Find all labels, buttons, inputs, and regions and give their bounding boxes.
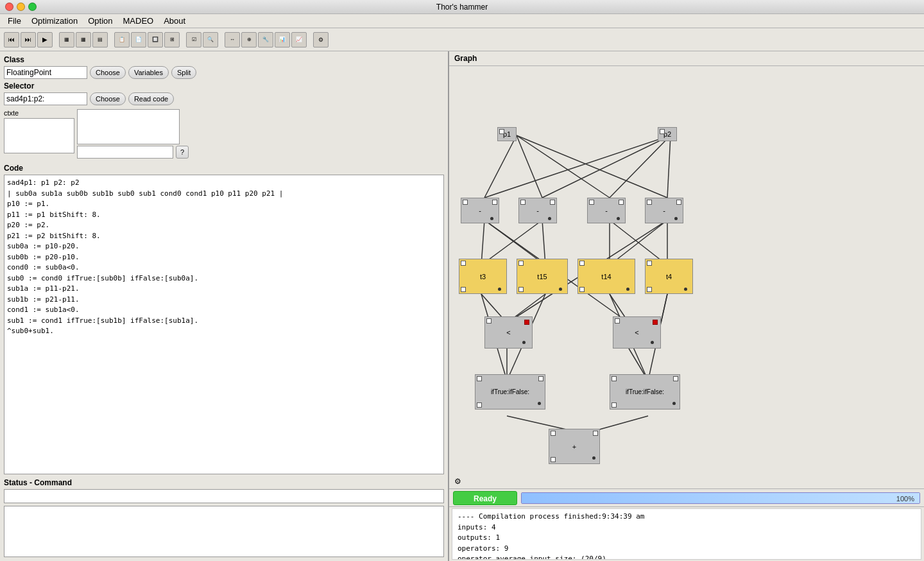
toolbar-btn-13[interactable]: ↔	[225, 32, 240, 47]
ctxte-input-row: ?	[77, 146, 189, 159]
ctxte-text-input[interactable]	[77, 146, 173, 159]
port	[518, 287, 524, 292]
toolbar-btn-3[interactable]: ▶	[37, 32, 53, 47]
port	[676, 200, 681, 205]
port	[589, 200, 594, 205]
read-code-button[interactable]: Read code	[128, 92, 174, 105]
code-section: Code sad4p1: p1 p2: p2| sub0a sub1a sub0…	[4, 164, 444, 474]
node-plus[interactable]: +	[549, 429, 600, 464]
node-lt-2[interactable]: <	[613, 316, 661, 349]
toolbar-btn-18[interactable]: ⚙	[313, 32, 329, 47]
question-button[interactable]: ?	[176, 146, 189, 159]
menu-about[interactable]: About	[158, 15, 191, 27]
selector-input[interactable]	[4, 92, 87, 105]
port	[520, 200, 526, 205]
progress-row: Ready 100%	[449, 489, 924, 507]
log-line: outputs: 1	[458, 533, 916, 544]
traffic-lights	[5, 3, 37, 11]
port	[647, 261, 652, 266]
node-minus-3[interactable]: -	[587, 198, 626, 223]
toolbar-btn-6[interactable]: ▤	[92, 32, 108, 47]
selector-choose-button[interactable]: Choose	[90, 92, 126, 105]
node-minus-1[interactable]: -	[461, 198, 499, 223]
node-iftrue-2[interactable]: ifTrue:ifFalse:	[610, 374, 680, 410]
node-t15[interactable]: t15	[517, 259, 568, 294]
zoom-area: ⚙	[449, 474, 924, 489]
port	[477, 402, 482, 408]
toolbar-btn-12[interactable]: 🔍	[203, 32, 218, 47]
node-t4[interactable]: t4	[645, 259, 693, 294]
port	[579, 261, 585, 266]
toolbar-btn-16[interactable]: 📊	[275, 32, 290, 47]
status-section: Status - Command	[4, 478, 444, 557]
zoom-icon: ⚙	[454, 477, 461, 486]
code-area[interactable]: sad4p1: p1 p2: p2| sub0a sub1a sub0b sub…	[4, 175, 444, 474]
toolbar-btn-1[interactable]: ⏮	[4, 32, 19, 47]
node-t14[interactable]: t14	[578, 259, 635, 294]
main: Class Choose Variables Split Selector Ch…	[0, 51, 924, 561]
svg-line-6	[610, 135, 671, 198]
graph-canvas[interactable]: p1 p2 -	[449, 66, 924, 474]
class-input[interactable]	[4, 66, 87, 79]
svg-line-1	[517, 135, 542, 198]
node-minus-2[interactable]: -	[518, 198, 557, 223]
context-area: ctxte ?	[4, 109, 444, 161]
port	[612, 402, 617, 408]
port	[461, 287, 466, 292]
split-button[interactable]: Split	[171, 66, 196, 79]
toolbar-btn-11[interactable]: ☑	[186, 32, 201, 47]
command-area[interactable]	[4, 506, 444, 557]
node-minus-4[interactable]: -	[645, 198, 683, 223]
ready-button[interactable]: Ready	[453, 491, 517, 505]
variables-button[interactable]: Variables	[128, 66, 169, 79]
port	[579, 287, 585, 292]
log-line: inputs: 4	[458, 522, 916, 533]
port	[660, 129, 665, 134]
progress-bar-fill	[522, 493, 920, 503]
node-p2[interactable]: p2	[658, 127, 677, 141]
red-port	[524, 320, 529, 325]
menu-option[interactable]: Option	[83, 15, 117, 27]
toolbar-btn-17[interactable]: 📈	[291, 32, 307, 47]
port	[492, 200, 497, 205]
ctxte-right-area[interactable]	[77, 109, 180, 144]
toolbar-btn-14[interactable]: ⊕	[241, 32, 257, 47]
code-label: Code	[4, 164, 444, 173]
toolbar-btn-5[interactable]: ▦	[76, 32, 91, 47]
close-button[interactable]	[5, 3, 13, 11]
maximize-button[interactable]	[28, 3, 37, 11]
menu-optimization[interactable]: Optimization	[26, 15, 83, 27]
progress-percent: 100%	[896, 493, 914, 504]
node-p1[interactable]: p1	[497, 127, 517, 141]
log-area: ---- Compilation process finished:9:34:3…	[452, 508, 921, 560]
right-panel: Graph	[449, 51, 924, 561]
port	[477, 376, 482, 381]
ctxte-left-area[interactable]	[4, 118, 74, 153]
port	[673, 376, 678, 381]
svg-line-5	[542, 135, 671, 198]
toolbar-btn-7[interactable]: 📋	[114, 32, 130, 47]
status-bar	[4, 489, 444, 503]
toolbar-btn-10[interactable]: ⊞	[164, 32, 180, 47]
node-t3[interactable]: t3	[459, 259, 507, 294]
toolbar-btn-9[interactable]: 🔲	[148, 32, 163, 47]
port	[647, 287, 652, 292]
node-iftrue-1[interactable]: ifTrue:ifFalse:	[475, 374, 545, 410]
toolbar: ⏮ ⏭ ▶ ▦ ▦ ▤ 📋 📄 🔲 ⊞ ☑ 🔍 ↔ ⊕ 🔧 📊 📈 ⚙	[0, 28, 924, 51]
port	[593, 431, 598, 436]
toolbar-btn-8[interactable]: 📄	[131, 32, 146, 47]
menu-file[interactable]: File	[3, 15, 26, 27]
port	[461, 261, 466, 266]
toolbar-btn-4[interactable]: ▦	[59, 32, 74, 47]
menu-madeo[interactable]: MADEO	[118, 15, 159, 27]
class-choose-button[interactable]: Choose	[90, 66, 126, 79]
window-title: Thor's hammer	[436, 3, 488, 12]
log-line: operator average input size: (20/9)	[458, 554, 916, 560]
port	[499, 129, 504, 134]
toolbar-btn-15[interactable]: 🔧	[258, 32, 273, 47]
selector-row: Choose Read code	[4, 92, 444, 105]
minimize-button[interactable]	[17, 3, 25, 11]
node-lt-1[interactable]: <	[484, 316, 533, 349]
toolbar-btn-2[interactable]: ⏭	[21, 32, 36, 47]
port	[538, 376, 543, 381]
